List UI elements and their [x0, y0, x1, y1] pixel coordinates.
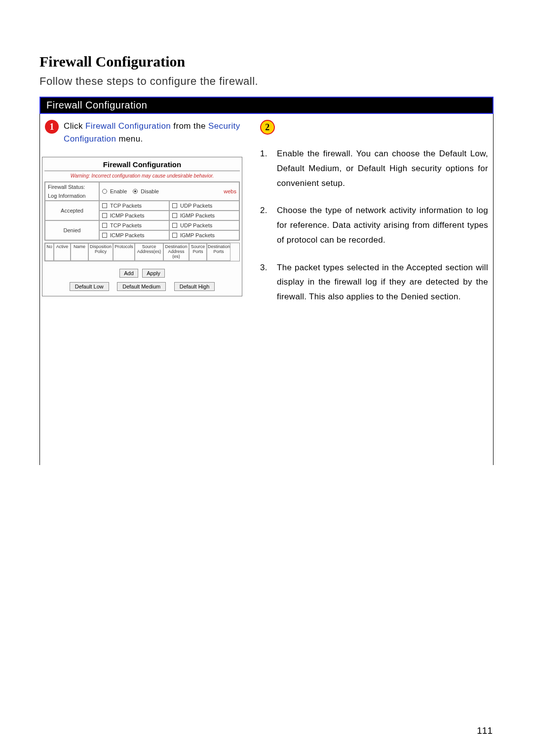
shot-warning: Warning: Incorrect configuration may cau…	[44, 171, 240, 179]
accepted-icmp-checkbox[interactable]	[102, 213, 107, 218]
accepted-tcp-checkbox[interactable]	[102, 203, 107, 208]
page-title: Firewall Configuration	[39, 53, 494, 70]
intro-text: Follow these steps to configure the fire…	[39, 75, 494, 88]
log-info-label: Log Information	[48, 193, 85, 199]
enable-radio[interactable]	[102, 189, 107, 194]
content-frame: 1 Click Firewall Configuration from the …	[39, 114, 494, 465]
disable-radio[interactable]	[133, 189, 138, 194]
step-2-badge: 2	[260, 120, 275, 135]
default-medium-button[interactable]: Default Medium	[117, 282, 166, 291]
webs-link[interactable]: webs	[224, 188, 236, 194]
section-banner: Firewall Configuration	[39, 97, 494, 114]
accepted-udp-checkbox[interactable]	[172, 203, 177, 208]
denied-udp-checkbox[interactable]	[172, 223, 177, 228]
enable-label: Enable	[110, 188, 127, 194]
step-1-badge: 1	[45, 120, 59, 134]
step2-item-2: Choose the type of network activity info…	[277, 203, 488, 247]
denied-igmp-checkbox[interactable]	[172, 233, 177, 238]
accepted-igmp-checkbox[interactable]	[172, 213, 177, 218]
rules-table-header: No Active Name Disposition Policy Protoc…	[44, 243, 240, 261]
step2-item-3: The packet types selected in the Accepte…	[277, 260, 488, 304]
default-low-button[interactable]: Default Low	[70, 282, 109, 291]
disable-label: Disable	[141, 188, 159, 194]
apply-button[interactable]: Apply	[142, 269, 165, 278]
firewall-config-link[interactable]: Firewall Configuration	[85, 121, 171, 131]
step-1-text: Click Firewall Configuration from the Se…	[64, 120, 242, 146]
firewall-status-label: Firewall Status:	[48, 184, 85, 190]
step2-item-1: Enable the firewall. You can choose the …	[277, 146, 488, 190]
add-button[interactable]: Add	[119, 269, 138, 278]
page-number: 111	[477, 725, 493, 736]
denied-label: Denied	[45, 220, 99, 240]
accepted-label: Accepted	[45, 201, 99, 220]
denied-icmp-checkbox[interactable]	[102, 233, 107, 238]
default-high-button[interactable]: Default High	[174, 282, 215, 291]
denied-tcp-checkbox[interactable]	[102, 223, 107, 228]
firewall-config-screenshot: Firewall Configuration Warning: Incorrec…	[42, 157, 242, 296]
shot-title: Firewall Configuration	[44, 160, 240, 171]
